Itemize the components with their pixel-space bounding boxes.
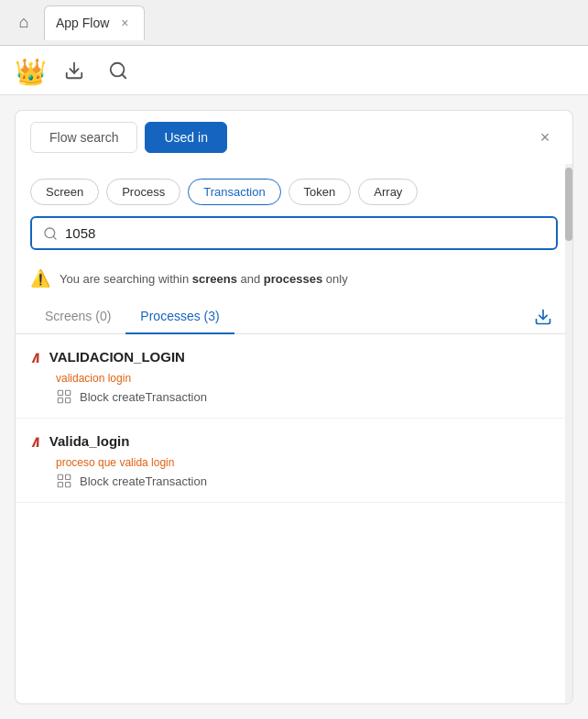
block-label-1: Block createTransaction — [80, 390, 207, 404]
search-input-icon — [43, 226, 58, 241]
filter-chips: Screen Process Transaction Token Array — [16, 164, 572, 216]
result-subtitle-1: validacion login — [56, 372, 550, 385]
result-block-1: Block createTransaction — [56, 388, 550, 405]
flow-search-button[interactable]: Flow search — [30, 122, 137, 153]
result-subtitle-2: proceso que valida login — [56, 456, 550, 469]
svg-rect-10 — [58, 474, 62, 479]
svg-rect-12 — [58, 483, 62, 487]
title-bar: ⌂ App Flow × — [0, 0, 588, 46]
download-toolbar-button[interactable] — [58, 54, 91, 87]
home-icon: ⌂ — [19, 13, 29, 32]
svg-rect-7 — [66, 390, 71, 395]
svg-rect-6 — [58, 390, 62, 395]
app-logo: 👑 — [15, 56, 47, 85]
warning-text: You are searching within screens and pro… — [60, 272, 348, 286]
chip-token[interactable]: Token — [289, 179, 352, 205]
result-header-2: ∧ Valida_login — [30, 431, 550, 451]
svg-rect-11 — [66, 474, 71, 479]
svg-rect-9 — [66, 398, 71, 403]
home-button[interactable]: ⌂ — [7, 6, 40, 39]
warning-bar: ⚠️ You are searching within screens and … — [16, 261, 572, 300]
result-title-2: Valida_login — [49, 433, 130, 449]
results-list: ∧ VALIDACION_LOGIN validacion login Bloc… — [16, 334, 572, 703]
tab-screens[interactable]: Screens (0) — [30, 300, 125, 334]
download-results-icon — [534, 308, 552, 326]
chip-screen[interactable]: Screen — [30, 179, 99, 205]
result-item-2: ∧ Valida_login proceso que valida login … — [16, 419, 565, 503]
content-area: Screen Process Transaction Token Array ⚠… — [15, 164, 573, 704]
chip-array[interactable]: Array — [358, 179, 418, 205]
download-results-button[interactable] — [528, 302, 558, 332]
svg-line-4 — [53, 236, 56, 239]
result-item-1: ∧ VALIDACION_LOGIN validacion login Bloc… — [16, 334, 565, 419]
block-icon-1 — [56, 388, 72, 405]
tab-close-button[interactable]: × — [116, 15, 133, 31]
search-row — [16, 216, 572, 261]
search-toggle-bar: Flow search Used in × — [15, 110, 573, 164]
search-toolbar-button[interactable] — [102, 54, 135, 87]
result-block-2: Block createTransaction — [56, 473, 550, 489]
chip-process[interactable]: Process — [106, 179, 180, 205]
svg-rect-13 — [66, 483, 71, 487]
toolbar: 👑 — [0, 46, 588, 95]
result-header-1: ∧ VALIDACION_LOGIN — [30, 347, 550, 366]
svg-line-2 — [122, 74, 125, 78]
close-panel-button[interactable]: × — [532, 125, 558, 150]
block-icon-2 — [56, 473, 72, 489]
search-input[interactable] — [65, 225, 545, 241]
block-label-2: Block createTransaction — [80, 474, 207, 488]
used-in-button[interactable]: Used in — [145, 122, 226, 153]
tab-label: App Flow — [56, 16, 109, 30]
search-toolbar-icon — [108, 60, 128, 81]
warning-icon: ⚠️ — [30, 268, 50, 289]
scrollbar-thumb — [565, 168, 572, 241]
tab-processes[interactable]: Processes (3) — [125, 300, 234, 334]
chip-transaction[interactable]: Transaction — [188, 179, 280, 205]
download-icon — [64, 60, 84, 81]
svg-rect-8 — [58, 398, 62, 403]
main-panel: Flow search Used in × Screen Process Tra… — [0, 95, 588, 719]
scrollbar[interactable] — [565, 164, 572, 703]
result-tabs-row: Screens (0) Processes (3) — [16, 300, 572, 334]
process-icon-2: ∧ — [30, 431, 40, 451]
result-title-1: VALIDACION_LOGIN — [49, 349, 185, 365]
process-icon-1: ∧ — [30, 347, 40, 366]
search-input-wrapper — [30, 216, 558, 250]
app-flow-tab[interactable]: App Flow × — [44, 5, 145, 40]
